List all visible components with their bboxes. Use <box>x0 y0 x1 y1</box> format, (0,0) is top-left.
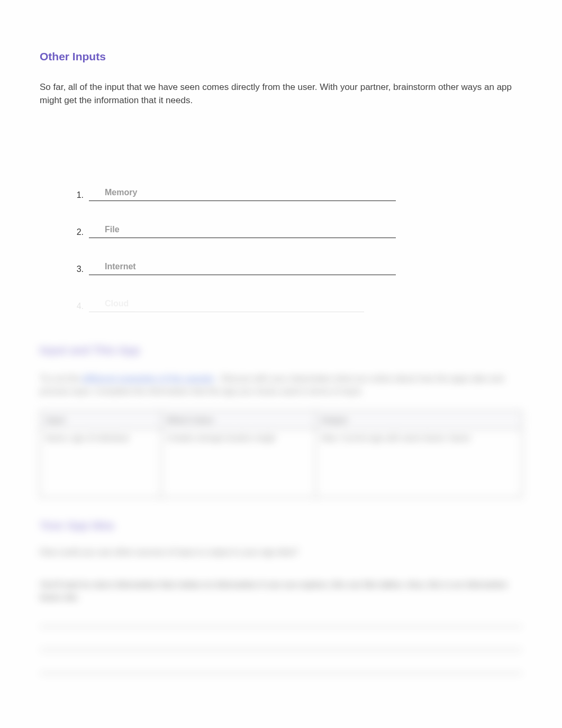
write-line[interactable] <box>40 660 522 674</box>
section-other-inputs-title: Other Inputs <box>40 50 522 63</box>
section-input-app-title: Input and This App <box>40 344 522 357</box>
answer-text: Cloud <box>105 299 129 308</box>
list-number: 4. <box>74 302 89 312</box>
your-app-idea-question: How could you use other sources of input… <box>40 548 522 557</box>
list-number: 3. <box>74 265 89 275</box>
answer-text: File <box>105 225 120 234</box>
answer-text: Internet <box>105 262 136 271</box>
para-suffix: . Discuss with your classmates what you … <box>40 374 504 396</box>
write-line[interactable]: Internet <box>89 260 396 275</box>
other-inputs-intro: So far, all of the input that we have se… <box>40 81 522 107</box>
cell-input: Name, age of individual <box>40 429 161 498</box>
list-number: 1. <box>74 190 89 201</box>
write-line[interactable]: Cloud <box>89 297 364 312</box>
io-table: Input What it does Output Name, age of i… <box>40 411 522 498</box>
col-input: Input <box>40 411 161 429</box>
col-output: Output <box>315 411 522 429</box>
col-what: What it does <box>161 411 315 429</box>
input-app-paragraph: Try out the different examples of the sa… <box>40 372 522 398</box>
write-line[interactable]: File <box>89 223 396 238</box>
your-app-idea-answer: You'll want to store information that re… <box>40 578 522 604</box>
write-line[interactable] <box>40 636 522 650</box>
para-prefix: Try out the <box>40 374 82 383</box>
locked-content-overlay: Input and This App Try out the different… <box>40 344 522 674</box>
list-item: 1. Memory <box>74 186 522 201</box>
list-item: 3. Internet <box>74 260 522 275</box>
brainstorm-list: 1. Memory 2. File 3. Internet 4. Cloud <box>74 186 522 312</box>
list-number: 2. <box>74 228 89 238</box>
table-row: Name, age of individual Creates storage … <box>40 429 522 498</box>
section-your-app-idea-title: Your App Idea <box>40 519 522 532</box>
cell-output: Was: Current age with name Name: Name <box>315 429 522 498</box>
cell-what: Creates storage location single <box>161 429 315 498</box>
answer-text: Memory <box>105 188 137 197</box>
write-line[interactable]: Memory <box>89 186 396 201</box>
list-item: 4. Cloud <box>74 297 522 312</box>
table-header-row: Input What it does Output <box>40 411 522 429</box>
sample-link[interactable]: different examples of the sample <box>82 374 214 383</box>
write-line[interactable] <box>40 613 522 627</box>
list-item: 2. File <box>74 223 522 238</box>
